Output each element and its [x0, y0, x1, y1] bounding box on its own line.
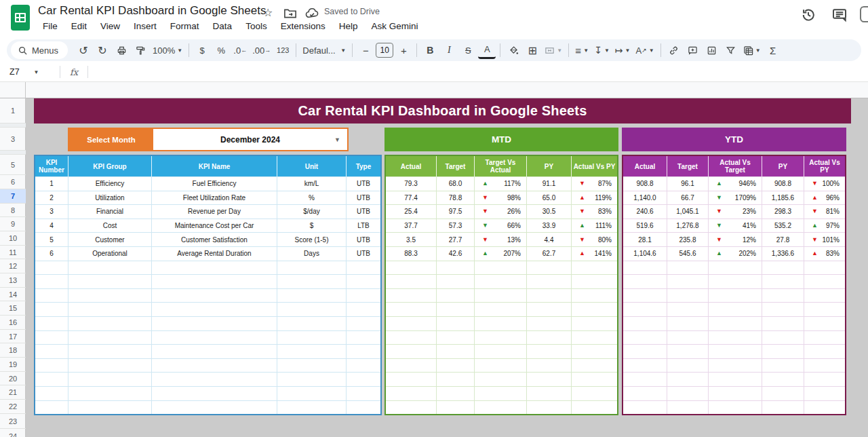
row-header-15[interactable]: 15	[0, 301, 26, 316]
empty-cell[interactable]	[68, 373, 152, 386]
empty-cell[interactable]	[527, 331, 572, 345]
empty-cell[interactable]	[709, 317, 762, 330]
empty-cell[interactable]	[804, 275, 845, 288]
empty-cell[interactable]	[35, 345, 68, 358]
cell-ytd-py[interactable]: 535.2	[762, 219, 804, 233]
row-header-14[interactable]: 14	[0, 288, 26, 301]
cell-ytd-target[interactable]: 235.8	[667, 233, 709, 246]
row-header-24[interactable]: 24	[0, 429, 26, 437]
row-header-22[interactable]: 22	[0, 400, 26, 414]
cell-kpi-name[interactable]: Maintenance Cost per Car	[152, 219, 277, 233]
empty-cell[interactable]	[386, 261, 437, 275]
horizontal-align-icon[interactable]: ≡▼	[573, 41, 591, 59]
empty-cell[interactable]	[667, 373, 709, 386]
empty-cell[interactable]	[475, 401, 527, 415]
cell-type[interactable]: UTB	[347, 191, 380, 205]
empty-cell[interactable]	[437, 387, 475, 400]
empty-cell[interactable]	[527, 261, 572, 275]
empty-cell[interactable]	[527, 373, 572, 386]
empty-cell[interactable]	[347, 359, 380, 373]
cell-ytd-actual[interactable]: 908.8	[623, 177, 667, 191]
cell-mtd-target[interactable]: 57.3	[437, 219, 475, 233]
empty-cell[interactable]	[623, 359, 667, 373]
empty-cell[interactable]	[572, 401, 617, 415]
row-header-18[interactable]: 18	[0, 343, 26, 358]
undo-icon[interactable]: ↺	[75, 41, 92, 59]
empty-cell[interactable]	[437, 359, 475, 373]
empty-cell[interactable]	[475, 345, 527, 358]
zoom-select[interactable]: 100%▼	[151, 41, 184, 59]
empty-cell[interactable]	[623, 261, 667, 275]
bold-button[interactable]: B	[421, 41, 439, 59]
empty-cell[interactable]	[667, 345, 709, 358]
cell-ytd-target[interactable]: 66.7	[667, 191, 709, 205]
empty-cell[interactable]	[623, 387, 667, 400]
row-header-11[interactable]: 11	[0, 246, 26, 259]
empty-cell[interactable]	[475, 289, 527, 303]
cell-mtd-py[interactable]: 4.4	[527, 233, 572, 246]
cell-ytd-actual-vs-target[interactable]: ▼41%	[709, 219, 762, 233]
cell-unit[interactable]: Score (1-5)	[277, 233, 347, 246]
empty-cell[interactable]	[68, 359, 152, 373]
header-cell[interactable]: Actual Vs Target	[709, 156, 762, 176]
empty-cell[interactable]	[35, 275, 68, 288]
cell-kpi-group[interactable]: Cost	[68, 219, 152, 233]
empty-cell[interactable]	[572, 289, 617, 303]
empty-cell[interactable]	[347, 275, 380, 288]
empty-cell[interactable]	[35, 303, 68, 316]
empty-cell[interactable]	[804, 289, 845, 303]
cell-ytd-py[interactable]: 1,185.6	[762, 191, 804, 205]
empty-cell[interactable]	[152, 359, 277, 373]
cell-kpi-number[interactable]: 1	[35, 177, 68, 191]
empty-cell[interactable]	[709, 373, 762, 386]
cell-ytd-actual-vs-py[interactable]: ▼81%	[804, 205, 845, 218]
move-folder-icon[interactable]	[283, 7, 297, 20]
empty-cell[interactable]	[709, 303, 762, 316]
cell-mtd-actual-vs-py[interactable]: ▼83%	[572, 205, 617, 218]
row-header-6[interactable]: 6	[0, 175, 26, 189]
header-cell[interactable]: PY	[527, 156, 572, 176]
empty-cell[interactable]	[527, 359, 572, 373]
row-header-7[interactable]: 7	[0, 189, 26, 204]
cell-mtd-actual[interactable]: 79.3	[386, 177, 437, 191]
empty-cell[interactable]	[277, 387, 347, 400]
empty-cell[interactable]	[277, 275, 347, 288]
row-header-3[interactable]: 3	[0, 128, 26, 151]
empty-cell[interactable]	[152, 373, 277, 386]
cell-mtd-actual-vs-py[interactable]: ▼80%	[572, 233, 617, 246]
empty-cell[interactable]	[152, 331, 277, 345]
cell-kpi-name[interactable]: Customer Satisfaction	[152, 233, 277, 246]
empty-cell[interactable]	[35, 373, 68, 386]
month-dropdown[interactable]: December 2024 ▼	[153, 129, 347, 150]
cell-mtd-target-vs-actual[interactable]: ▲207%	[475, 247, 527, 261]
header-cell[interactable]: Actual Vs PY	[804, 156, 845, 176]
empty-cell[interactable]	[152, 317, 277, 330]
version-history-icon[interactable]	[800, 7, 816, 23]
cell-kpi-group[interactable]: Utilization	[68, 191, 152, 205]
empty-cell[interactable]	[762, 275, 804, 288]
empty-cell[interactable]	[277, 373, 347, 386]
empty-cell[interactable]	[804, 261, 845, 275]
cell-kpi-number[interactable]: 2	[35, 191, 68, 205]
header-cell[interactable]: KPI Group	[68, 156, 152, 176]
empty-cell[interactable]	[437, 303, 475, 316]
row-header-8[interactable]: 8	[0, 204, 26, 217]
cell-kpi-name[interactable]: Revenue per Day	[152, 205, 277, 218]
empty-cell[interactable]	[152, 275, 277, 288]
empty-cell[interactable]	[152, 387, 277, 400]
empty-cell[interactable]	[437, 401, 475, 415]
menu-data[interactable]: Data	[207, 19, 239, 37]
empty-cell[interactable]	[437, 373, 475, 386]
empty-cell[interactable]	[347, 303, 380, 316]
cell-unit[interactable]: %	[277, 191, 347, 205]
empty-cell[interactable]	[623, 303, 667, 316]
menu-view[interactable]: View	[94, 19, 126, 37]
increase-font-size-button[interactable]: +	[395, 41, 412, 59]
empty-cell[interactable]	[277, 359, 347, 373]
empty-cell[interactable]	[35, 261, 68, 275]
empty-cell[interactable]	[68, 261, 152, 275]
empty-cell[interactable]	[35, 289, 68, 303]
cell-mtd-target[interactable]: 78.8	[437, 191, 475, 205]
empty-cell[interactable]	[386, 387, 437, 400]
cell-mtd-py[interactable]: 62.7	[527, 247, 572, 261]
